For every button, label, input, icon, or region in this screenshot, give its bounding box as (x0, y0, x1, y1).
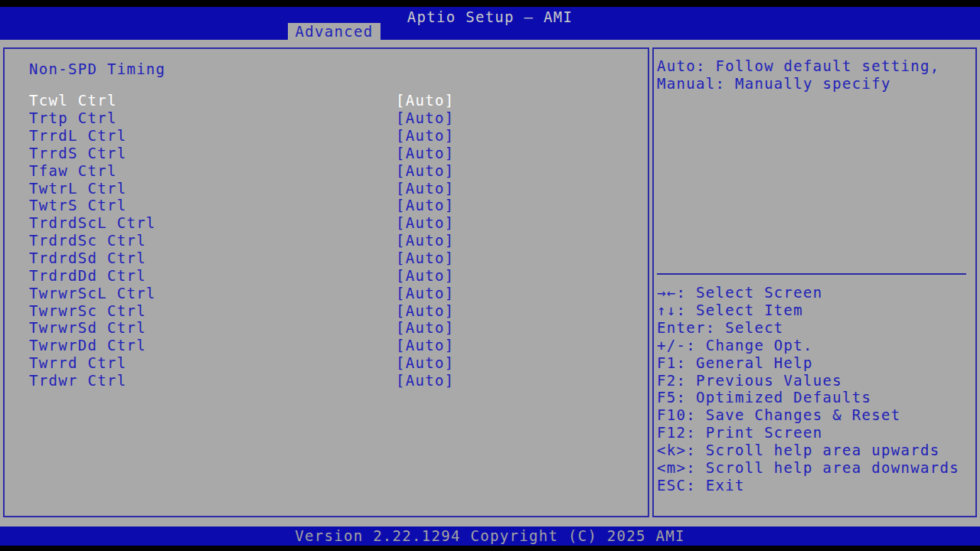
key-scroll-down: <m>: Scroll help area downwards (657, 458, 972, 476)
key-scroll-up: <k>: Scroll help area upwards (657, 442, 972, 459)
setting-value: [Auto] (396, 285, 454, 302)
setting-value: [Auto] (396, 197, 454, 214)
key-esc: ESC: Exit (657, 476, 972, 494)
bios-setup-screen: Aptio Setup – AMI Advanced Non-SPD Timin… (0, 0, 980, 551)
setting-value: [Auto] (396, 319, 454, 336)
setting-row-twrwrsd[interactable]: TwrwrSd Ctrl [Auto] (5, 319, 648, 337)
version-text: Version 2.22.1294 Copyright (C) 2025 AMI (0, 527, 980, 546)
setting-label: Tcwl Ctrl (29, 92, 117, 109)
key-f1: F1: General Help (657, 354, 972, 371)
setting-row-twtrs[interactable]: TwtrS Ctrl [Auto] (5, 197, 648, 214)
setting-value: [Auto] (396, 145, 454, 161)
key-enter: Enter: Select (657, 319, 972, 337)
setting-label: TwrwrSd Ctrl (29, 319, 146, 336)
setting-row-trdrdscl[interactable]: TrdrdScL Ctrl [Auto] (5, 214, 648, 232)
setting-label: TrdrdSc Ctrl (29, 232, 146, 249)
setting-value: [Auto] (396, 162, 454, 179)
key-f2: F2: Previous Values (657, 371, 972, 389)
setting-row-trdwr[interactable]: Trdwr Ctrl [Auto] (5, 372, 648, 390)
setting-label: Trtp Ctrl (29, 109, 117, 126)
setting-value: [Auto] (396, 127, 454, 144)
key-f12: F12: Print Screen (657, 424, 972, 442)
setting-value: [Auto] (396, 337, 454, 354)
setting-value: [Auto] (396, 109, 454, 126)
key-select-item: ↑↓: Select Item (657, 302, 972, 319)
setting-value: [Auto] (396, 267, 454, 284)
setting-row-twrwrscl[interactable]: TwrwrScL Ctrl [Auto] (5, 284, 648, 302)
setting-row-trrds[interactable]: TrrdS Ctrl [Auto] (5, 145, 648, 162)
app-title: Aptio Setup – AMI (0, 8, 980, 26)
setting-label: TrdrdSd Ctrl (29, 249, 146, 266)
setting-label: TrdrdDd Ctrl (29, 267, 146, 284)
item-help-text: Auto: Follow default setting, Manual: Ma… (657, 57, 969, 93)
key-f10: F10: Save Changes & Reset (657, 406, 972, 424)
help-line: Auto: Follow default setting, (657, 57, 969, 75)
key-change-opt: +/-: Change Opt. (657, 337, 972, 354)
setting-label: TwrwrSc Ctrl (29, 302, 146, 319)
setting-row-twrrd[interactable]: Twrrd Ctrl [Auto] (5, 354, 648, 372)
setting-row-trdrdsd[interactable]: TrdrdSd Ctrl [Auto] (5, 249, 648, 267)
setting-label: TrrdS Ctrl (29, 145, 126, 161)
setting-value: [Auto] (396, 354, 454, 371)
setting-label: Trdwr Ctrl (29, 372, 126, 389)
setting-row-trrdl[interactable]: TrrdL Ctrl [Auto] (5, 127, 648, 145)
setting-value: [Auto] (396, 302, 454, 319)
settings-panel: Non-SPD Timing Tcwl Ctrl [Auto] Trtp Ctr… (3, 47, 649, 517)
status-bar: Version 2.22.1294 Copyright (C) 2025 AMI (0, 527, 980, 546)
setting-value: [Auto] (396, 249, 454, 266)
key-legend: →←: Select Screen ↑↓: Select Item Enter:… (657, 284, 972, 494)
setting-value: [Auto] (396, 232, 454, 249)
setting-label: TwrwrDd Ctrl (29, 337, 146, 354)
setting-row-trtp[interactable]: Trtp Ctrl [Auto] (5, 109, 648, 127)
key-f5: F5: Optimized Defaults (657, 389, 972, 406)
help-panel: Auto: Follow default setting, Manual: Ma… (652, 47, 977, 517)
setting-label: TrdrdScL Ctrl (29, 214, 156, 231)
setting-label: TwrwrScL Ctrl (29, 285, 156, 302)
setting-row-trdrddd[interactable]: TrdrdDd Ctrl [Auto] (5, 266, 648, 284)
setting-row-twtrl[interactable]: TwtrL Ctrl [Auto] (5, 179, 648, 197)
setting-row-twrwrdd[interactable]: TwrwrDd Ctrl [Auto] (5, 337, 648, 354)
setting-value: [Auto] (396, 92, 454, 109)
setting-row-tcwl[interactable]: Tcwl Ctrl [Auto] (5, 92, 648, 109)
setting-row-twrwrsc[interactable]: TwrwrSc Ctrl [Auto] (5, 302, 648, 319)
key-select-screen: →←: Select Screen (657, 284, 972, 302)
setting-label: TrrdL Ctrl (29, 127, 126, 144)
setting-label: Tfaw Ctrl (29, 162, 117, 179)
setting-value: [Auto] (396, 372, 454, 389)
setting-label: TwtrL Ctrl (29, 180, 126, 197)
tab-advanced[interactable]: Advanced (288, 23, 381, 40)
setting-value: [Auto] (396, 214, 454, 231)
title-bar: Aptio Setup – AMI (0, 7, 980, 40)
help-divider (657, 273, 966, 275)
settings-list: Tcwl Ctrl [Auto] Trtp Ctrl [Auto] TrrdL … (5, 92, 648, 389)
help-line: Manual: Manually specify (657, 75, 969, 93)
main-area: Non-SPD Timing Tcwl Ctrl [Auto] Trtp Ctr… (0, 40, 980, 527)
setting-label: Twrrd Ctrl (29, 354, 126, 371)
setting-row-tfaw[interactable]: Tfaw Ctrl [Auto] (5, 161, 648, 179)
panel-heading: Non-SPD Timing (29, 60, 165, 77)
setting-label: TwtrS Ctrl (29, 197, 126, 214)
setting-value: [Auto] (396, 180, 454, 197)
setting-row-trdrdsc[interactable]: TrdrdSc Ctrl [Auto] (5, 232, 648, 249)
